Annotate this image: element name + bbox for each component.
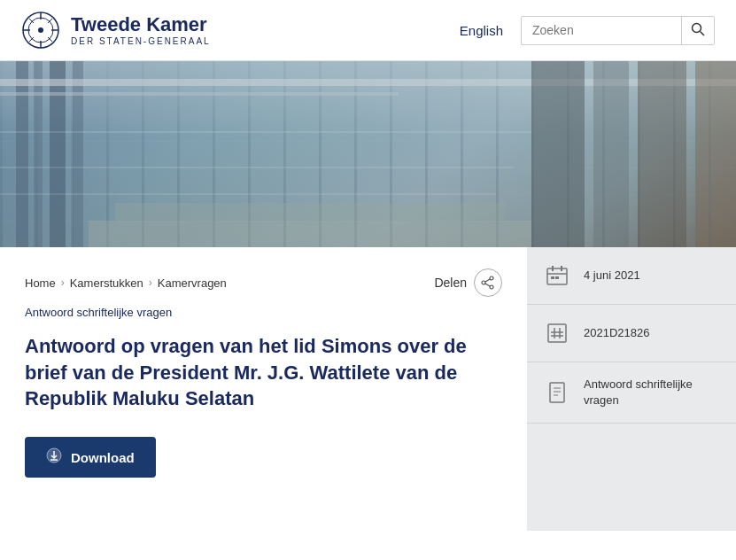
logo-title: Tweede Kamer bbox=[71, 14, 211, 35]
download-label: Download bbox=[71, 450, 135, 465]
svg-line-12 bbox=[701, 31, 705, 35]
svg-rect-42 bbox=[548, 324, 566, 342]
sidebar-type: Antwoord schriftelijke vragen bbox=[584, 377, 720, 408]
breadcrumb-kamerstukken[interactable]: Kamerstukken bbox=[70, 276, 143, 290]
site-header: Tweede Kamer DER STATEN-GENERAAL English bbox=[0, 0, 736, 61]
svg-point-11 bbox=[693, 23, 701, 32]
sidebar-date: 4 juni 2021 bbox=[584, 268, 640, 284]
language-link[interactable]: English bbox=[460, 23, 503, 38]
search-box bbox=[521, 16, 715, 45]
svg-line-31 bbox=[485, 279, 490, 282]
svg-rect-13 bbox=[16, 61, 28, 247]
svg-rect-15 bbox=[50, 61, 66, 247]
breadcrumb: Home › Kamerstukken › Kamervragen Delen bbox=[25, 268, 502, 297]
share-button[interactable] bbox=[474, 268, 502, 297]
content-tag: Antwoord schriftelijke vragen bbox=[25, 306, 502, 319]
svg-point-2 bbox=[38, 27, 43, 33]
sidebar-date-item: 4 juni 2021 bbox=[527, 247, 736, 305]
share-icon bbox=[481, 276, 495, 290]
search-button[interactable] bbox=[681, 17, 714, 44]
svg-rect-21 bbox=[531, 61, 585, 247]
svg-point-28 bbox=[490, 276, 493, 280]
download-icon bbox=[46, 447, 62, 467]
hero-image bbox=[0, 61, 736, 247]
logo-icon bbox=[21, 11, 60, 50]
document-icon bbox=[543, 378, 571, 407]
sidebar-dossier: 2021D21826 bbox=[584, 325, 649, 341]
search-input[interactable] bbox=[522, 18, 681, 43]
sidebar-dossier-item: 2021D21826 bbox=[527, 305, 736, 362]
svg-line-32 bbox=[485, 284, 490, 286]
svg-rect-14 bbox=[34, 61, 43, 247]
svg-point-29 bbox=[490, 285, 493, 289]
svg-point-30 bbox=[482, 281, 485, 284]
download-button[interactable]: Download bbox=[25, 437, 156, 478]
sidebar-type-item: Antwoord schriftelijke vragen bbox=[527, 362, 736, 424]
hero-svg bbox=[0, 61, 736, 247]
breadcrumb-kamervragen[interactable]: Kamervragen bbox=[158, 276, 227, 290]
breadcrumb-sep-1: › bbox=[61, 276, 65, 289]
svg-rect-20 bbox=[115, 203, 505, 221]
svg-rect-47 bbox=[550, 383, 564, 402]
svg-rect-41 bbox=[555, 276, 559, 279]
article-title: Antwoord op vragen van het lid Simons ov… bbox=[25, 333, 485, 412]
sidebar: 4 juni 2021 2021D21826 bbox=[527, 247, 736, 531]
header-nav: English bbox=[460, 16, 715, 45]
share-area: Delen bbox=[434, 268, 502, 297]
logo: Tweede Kamer DER STATEN-GENERAAL bbox=[21, 11, 211, 50]
search-icon bbox=[691, 22, 705, 36]
svg-rect-23 bbox=[638, 61, 686, 247]
content-area: Home › Kamerstukken › Kamervragen Delen bbox=[0, 247, 736, 531]
svg-rect-18 bbox=[0, 92, 399, 96]
svg-rect-24 bbox=[695, 61, 736, 247]
breadcrumb-home[interactable]: Home bbox=[25, 276, 56, 290]
logo-text: Tweede Kamer DER STATEN-GENERAAL bbox=[71, 14, 211, 45]
download-arrow-icon bbox=[46, 447, 62, 463]
breadcrumb-sep-2: › bbox=[149, 276, 152, 289]
share-label: Delen bbox=[434, 276, 467, 290]
svg-rect-22 bbox=[593, 61, 629, 247]
svg-rect-16 bbox=[73, 61, 83, 247]
svg-rect-19 bbox=[89, 221, 531, 247]
svg-rect-40 bbox=[551, 276, 554, 279]
logo-subtitle: DER STATEN-GENERAAL bbox=[71, 36, 211, 46]
calendar-icon bbox=[543, 261, 571, 290]
hash-icon bbox=[543, 319, 571, 347]
main-content: Home › Kamerstukken › Kamervragen Delen bbox=[0, 247, 527, 531]
